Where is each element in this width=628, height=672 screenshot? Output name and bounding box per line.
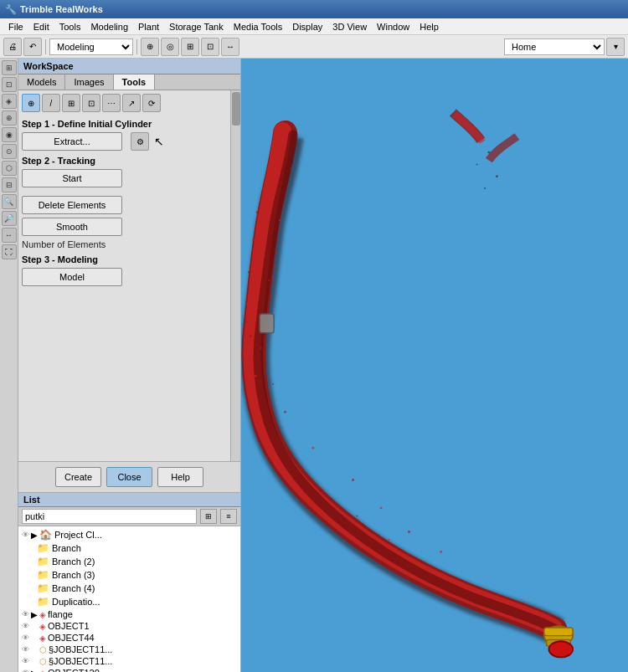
svg-point-11 <box>248 271 250 274</box>
pipe-visualization <box>241 59 628 672</box>
toolbar-undo-btn[interactable]: ↶ <box>23 38 42 56</box>
tool-icon-3[interactable]: ⊞ <box>62 94 80 112</box>
step2-label: Step 2 - Tracking <box>22 156 237 166</box>
svg-point-35 <box>476 163 478 165</box>
delete-row: Delete Elements <box>22 196 237 214</box>
list-item-jobject1[interactable]: 👁 ⬡ §JOBJECT11... <box>20 644 239 655</box>
list-item-branch4[interactable]: 📁 Branch (4) <box>20 582 239 595</box>
list-item-object44[interactable]: 👁 ◈ OBJECT44 <box>20 632 239 644</box>
list-tool-btn1[interactable]: ⊞ <box>200 509 217 524</box>
side-icon-1[interactable]: ⊞ <box>2 60 17 75</box>
side-icon-7[interactable]: ⬡ <box>2 161 17 176</box>
list-content: 👁 ▶ 🏠 Project Cl... 📁 Branch 📁 Branch (2… <box>18 526 240 672</box>
svg-point-12 <box>268 280 270 281</box>
list-item-flange-label: flange <box>48 609 73 619</box>
tool-panel-scrollbar[interactable] <box>230 90 240 461</box>
svg-point-30 <box>425 563 426 565</box>
obj44-type-icon: ◈ <box>39 634 46 643</box>
tab-images[interactable]: Images <box>65 74 113 90</box>
3d-viewport[interactable] <box>241 59 628 672</box>
workspace-tabs: Models Images Tools <box>18 74 240 90</box>
scrollbar-thumb <box>232 92 240 126</box>
tool-icon-2[interactable]: / <box>42 94 60 112</box>
toolbar-btn4[interactable]: ⊡ <box>201 38 219 56</box>
tool-icon-4[interactable]: ⊡ <box>82 94 100 112</box>
list-item-object1[interactable]: 👁 ◈ OBJECT1 <box>20 620 239 632</box>
svg-point-25 <box>380 506 383 509</box>
menu-storage-tank[interactable]: Storage Tank <box>164 20 229 33</box>
title-bar: 🔧 Trimble RealWorks <box>0 0 628 18</box>
smooth-button[interactable]: Smooth <box>22 218 122 236</box>
toolbar-separator-2 <box>136 39 137 54</box>
extract-button[interactable]: Extract... <box>22 132 122 151</box>
list-item-duplicatio[interactable]: 📁 Duplicatio... <box>20 595 239 608</box>
list-item-branch1[interactable]: 📁 Branch <box>20 541 239 555</box>
side-icon-9[interactable]: 🔍 <box>2 194 17 209</box>
list-item-project[interactable]: 👁 ▶ 🏠 Project Cl... <box>20 528 239 541</box>
step1-label: Step 1 - Define Initial Cylinder <box>22 119 237 129</box>
list-item-jobject2[interactable]: 👁 ⬡ §JOBJECT11... <box>20 655 239 667</box>
eye-icon-jobj2: 👁 <box>22 657 29 665</box>
toolbar-btn5[interactable]: ↔ <box>221 38 239 56</box>
menu-window[interactable]: Window <box>372 20 414 33</box>
list-item-object120[interactable]: 👁 ▶ ◈ OBJECT120 <box>20 667 239 672</box>
toolbar-mode-dropdown[interactable]: Modeling <box>49 38 133 55</box>
list-item-jobject2-label: §JOBJECT11... <box>49 656 112 666</box>
list-tool-btn2[interactable]: ≡ <box>220 509 237 524</box>
folder-icon-1: 📁 <box>37 542 49 554</box>
toolbar-btn3[interactable]: ⊞ <box>181 38 199 56</box>
toolbar-print-btn[interactable]: 🖨 <box>3 38 22 56</box>
menu-display[interactable]: Display <box>287 20 327 33</box>
tab-models[interactable]: Models <box>18 74 65 90</box>
side-icon-3[interactable]: ◈ <box>2 94 17 109</box>
menu-3dview[interactable]: 3D View <box>327 20 372 33</box>
svg-point-27 <box>408 531 410 533</box>
list-item-branch3-label: Branch (3) <box>52 570 95 580</box>
tool-icon-5[interactable]: ⋯ <box>102 94 121 112</box>
tool-icon-6[interactable]: ↗ <box>122 94 141 112</box>
toolbar-separator <box>45 39 46 54</box>
create-button[interactable]: Create <box>55 467 101 487</box>
home-dropdown[interactable]: Home <box>504 38 605 55</box>
side-icon-8[interactable]: ⊟ <box>2 177 17 192</box>
model-button[interactable]: Model <box>22 268 122 286</box>
list-item-jobject1-label: §JOBJECT11... <box>49 644 112 654</box>
menu-help[interactable]: Help <box>414 20 444 33</box>
side-icon-12[interactable]: ⛶ <box>2 244 17 259</box>
list-item-flange[interactable]: 👁 ▶ ◈ flange <box>20 608 239 620</box>
menu-tools[interactable]: Tools <box>54 20 86 33</box>
delete-elements-button[interactable]: Delete Elements <box>22 196 122 214</box>
side-icon-11[interactable]: ↔ <box>2 228 17 243</box>
toolbar-btn2[interactable]: ◎ <box>161 38 179 56</box>
toolbar-home-arrow[interactable]: ▾ <box>606 38 625 56</box>
side-icon-2[interactable]: ⊡ <box>2 77 17 92</box>
expand-icon-obj120: ▶ <box>31 669 38 673</box>
menu-plant[interactable]: Plant <box>133 20 164 33</box>
svg-point-17 <box>255 375 257 377</box>
list-search-input[interactable] <box>22 509 197 524</box>
tab-tools[interactable]: Tools <box>114 74 156 90</box>
cursor-icon: ↖ <box>154 135 164 148</box>
bottom-actions: Create Close Help <box>18 461 240 492</box>
svg-point-18 <box>272 383 274 385</box>
side-icon-4[interactable]: ⊕ <box>2 110 17 126</box>
folder-icon-dup: 📁 <box>37 596 49 608</box>
tool-icon-1[interactable]: ⊕ <box>22 94 40 112</box>
list-item-branch2[interactable]: 📁 Branch (2) <box>20 555 239 568</box>
toolbar-btn1[interactable]: ⊕ <box>141 38 159 56</box>
menu-modeling[interactable]: Modeling <box>85 20 133 33</box>
side-icon-5[interactable]: ◉ <box>2 127 17 142</box>
step1-icon[interactable]: ⚙ <box>131 132 149 151</box>
menu-edit[interactable]: Edit <box>28 20 54 33</box>
left-icons-panel: ⊞ ⊡ ◈ ⊕ ◉ ⊙ ⬡ ⊟ 🔍 🔎 ↔ ⛶ <box>0 59 18 672</box>
help-button[interactable]: Help <box>157 467 203 487</box>
list-item-branch3[interactable]: 📁 Branch (3) <box>20 568 239 582</box>
main-layout: ⊞ ⊡ ◈ ⊕ ◉ ⊙ ⬡ ⊟ 🔍 🔎 ↔ ⛶ WorkSpace Models… <box>0 59 628 672</box>
menu-file[interactable]: File <box>3 20 28 33</box>
side-icon-6[interactable]: ⊙ <box>2 144 17 159</box>
tool-icon-7[interactable]: ⟳ <box>142 94 161 112</box>
side-icon-10[interactable]: 🔎 <box>2 211 17 226</box>
close-button[interactable]: Close <box>106 467 152 487</box>
start-button[interactable]: Start <box>22 169 122 187</box>
menu-media-tools[interactable]: Media Tools <box>229 20 288 33</box>
